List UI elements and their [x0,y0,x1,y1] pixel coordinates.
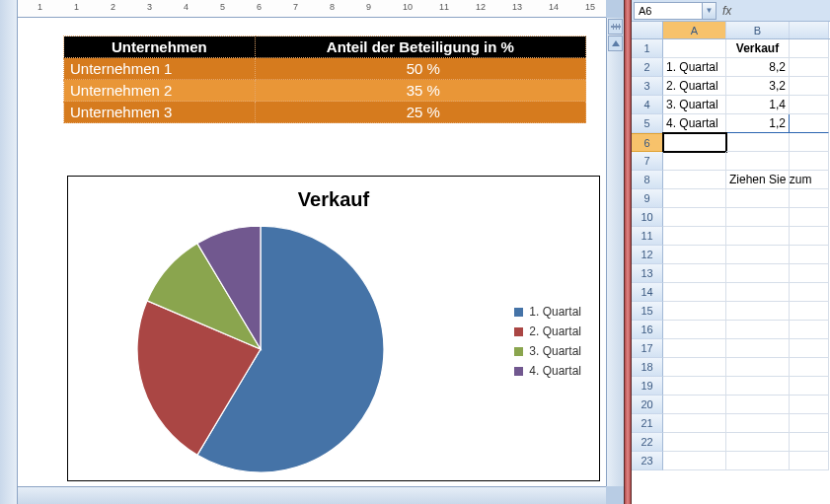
cell[interactable] [726,246,790,264]
cell[interactable] [663,377,726,396]
cell[interactable] [726,302,790,321]
row-header[interactable]: 22 [632,433,663,452]
cell[interactable] [663,339,726,358]
cell[interactable] [663,452,726,470]
cell[interactable] [790,114,829,133]
cell[interactable] [726,414,790,433]
cell[interactable] [663,246,726,264]
column-header-A[interactable]: A [663,22,726,38]
cell[interactable] [663,227,726,246]
table-row[interactable]: Unternehmen 1 50 % [64,58,586,80]
column-header-C[interactable] [790,22,829,38]
cell[interactable] [663,152,726,171]
cell[interactable] [790,133,829,152]
ruler-toggle-button[interactable] [608,19,623,35]
cell[interactable] [663,283,726,302]
row-header[interactable]: 15 [632,302,663,321]
row-header[interactable]: 20 [632,396,663,414]
cell[interactable] [790,171,829,189]
horizontal-ruler[interactable]: L 1123456789101112131415 [18,0,606,18]
cell[interactable] [663,396,726,414]
cell[interactable] [790,208,829,227]
cell[interactable] [790,39,829,58]
cell[interactable] [663,208,726,227]
cell[interactable] [790,246,829,264]
dropdown-icon[interactable]: ▼ [702,3,716,19]
cell[interactable]: Ziehen Sie zum [726,171,790,189]
cell[interactable] [726,208,790,227]
cell[interactable] [790,227,829,246]
row-header[interactable]: 2 [632,58,663,77]
cell[interactable] [726,133,790,152]
cell[interactable] [663,302,726,321]
cell[interactable] [726,396,790,414]
table-cell[interactable]: 25 % [255,102,585,123]
row-header[interactable]: 8 [632,171,663,189]
row-header[interactable]: 4 [632,96,663,114]
horizontal-scrollbar[interactable] [18,486,606,504]
cell[interactable] [790,321,829,339]
cell[interactable] [726,264,790,283]
row-header[interactable]: 16 [632,321,663,339]
cell[interactable] [790,283,829,302]
cell[interactable]: 8,2 [726,58,790,77]
cell[interactable] [726,433,790,452]
cell[interactable] [663,133,726,152]
cell[interactable] [663,264,726,283]
cell[interactable] [726,227,790,246]
cell[interactable] [790,302,829,321]
cell[interactable] [790,189,829,208]
cell[interactable] [663,189,726,208]
cell[interactable] [790,414,829,433]
cell[interactable]: 2. Quartal [663,77,726,96]
cell[interactable] [790,396,829,414]
cell[interactable] [790,452,829,470]
cell[interactable]: 3. Quartal [663,96,726,114]
cell[interactable] [726,189,790,208]
cell[interactable] [790,339,829,358]
cell[interactable] [663,39,726,58]
row-header[interactable]: 9 [632,189,663,208]
row-header[interactable]: 11 [632,227,663,246]
row-header[interactable]: 3 [632,77,663,96]
table-cell[interactable]: Unternehmen 3 [64,102,256,123]
row-header[interactable]: 17 [632,339,663,358]
cell[interactable] [726,377,790,396]
cell[interactable] [726,152,790,171]
cell[interactable]: 1,4 [726,96,790,114]
fx-label[interactable]: fx [722,4,731,18]
cell[interactable] [726,321,790,339]
table-cell[interactable]: 35 % [255,80,585,102]
cell[interactable]: Verkauf [726,39,790,58]
window-divider[interactable] [624,0,632,504]
cell[interactable] [663,171,726,189]
cell[interactable] [726,283,790,302]
table-cell[interactable]: Unternehmen 2 [64,80,256,102]
cell[interactable] [790,96,829,114]
cell[interactable] [790,58,829,77]
vertical-ruler[interactable] [0,0,18,504]
cell[interactable] [790,264,829,283]
cell[interactable]: 1,2 [726,114,790,133]
pie-chart[interactable]: Verkauf 1. Quartal2. Quartal3. Quartal4.… [67,176,600,481]
row-header[interactable]: 19 [632,377,663,396]
row-header[interactable]: 23 [632,452,663,470]
cell[interactable] [790,358,829,377]
cell[interactable] [663,433,726,452]
name-box[interactable]: A6 ▼ [634,2,717,20]
company-table[interactable]: Unternehmen Anteil der Beteiligung in % … [63,36,586,123]
row-header[interactable]: 1 [632,39,663,58]
cell[interactable] [790,152,829,171]
row-header[interactable]: 14 [632,283,663,302]
table-row[interactable]: Unternehmen 2 35 % [64,80,586,102]
row-header[interactable]: 5 [632,114,663,133]
cell[interactable] [663,358,726,377]
column-header-B[interactable]: B [726,22,790,38]
row-header[interactable]: 6 [632,133,663,152]
select-all-corner[interactable] [632,22,663,38]
cell[interactable] [790,77,829,96]
cell[interactable] [726,358,790,377]
cell[interactable] [663,321,726,339]
cell[interactable] [726,339,790,358]
scroll-up-button[interactable] [608,36,623,51]
